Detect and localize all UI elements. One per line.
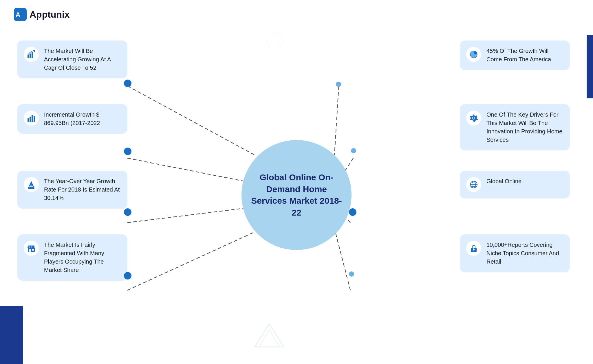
card-icon-bottom-right: [466, 241, 481, 256]
svg-rect-10: [28, 55, 29, 58]
dot-mid-left: [124, 148, 131, 155]
card-text-top-right: 45% Of The Growth Will Come From The Ame…: [486, 47, 563, 64]
card-icon-mid-left: [24, 111, 39, 126]
card-icon-top-right: [466, 47, 481, 62]
svg-rect-36: [473, 248, 474, 251]
card-mid-left: Incremental Growth $ 869.95Bn (2017-2022: [17, 104, 127, 134]
card-icon-top-left: [24, 47, 39, 62]
svg-line-6: [334, 86, 339, 155]
card-lower-right: Global Online: [460, 171, 570, 198]
svg-rect-12: [32, 52, 33, 58]
card-text-top-left: The Market Will Be Accelerating Growing …: [44, 47, 120, 72]
card-bottom-right: 10,000+Reports Covering Niche Topics Con…: [460, 234, 570, 272]
center-circle: Global Online On-Demand Home Services Ma…: [241, 140, 352, 250]
globe-icon: [469, 180, 478, 189]
card-bottom-left: The Market Is Fairly Fragmented With Man…: [17, 234, 127, 281]
bar-chart-icon: [27, 114, 36, 122]
card-icon-lower-right: [466, 177, 481, 192]
card-text-mid-right: One Of The Key Drivers For This Market W…: [486, 111, 563, 144]
dot-top-right: [336, 82, 341, 87]
dot-bottom-right: [349, 271, 354, 277]
svg-rect-16: [34, 116, 35, 122]
card-text-mid-left: Incremental Growth $ 869.95Bn (2017-2022: [44, 111, 120, 127]
card-text-lower-right: Global Online: [486, 177, 521, 185]
store-icon: [27, 244, 36, 253]
svg-line-2: [127, 86, 255, 155]
logo-icon: A: [14, 8, 27, 21]
pie-chart-icon: [469, 50, 478, 59]
svg-rect-23: [32, 249, 34, 251]
svg-rect-14: [30, 117, 31, 122]
cone-icon: [27, 180, 36, 189]
svg-text:A: A: [16, 11, 20, 18]
chart-up-icon: [27, 50, 36, 59]
center-title: Global Online On-Demand Home Services Ma…: [250, 172, 343, 218]
svg-rect-13: [28, 118, 29, 122]
card-mid-right: One Of The Key Drivers For This Market W…: [460, 104, 570, 150]
card-text-bottom-right: 10,000+Reports Covering Niche Topics Con…: [486, 241, 563, 266]
svg-point-28: [473, 117, 475, 119]
svg-rect-18: [28, 188, 34, 189]
main-content: Global Online On-Demand Home Services Ma…: [0, 26, 593, 364]
header: A Apptunix: [0, 0, 593, 29]
card-text-lower-left: The Year-Over Year Growth Rate For 2018 …: [44, 177, 120, 202]
dot-bottom-left: [124, 272, 131, 280]
svg-rect-15: [32, 115, 33, 122]
bag-icon: [469, 244, 478, 253]
card-lower-left: The Year-Over Year Growth Rate For 2018 …: [17, 171, 127, 209]
dot-mid-right: [351, 148, 356, 153]
card-icon-mid-right: [466, 111, 481, 126]
gear-icon: [469, 114, 478, 122]
svg-line-9: [335, 232, 350, 290]
card-top-right: 45% Of The Growth Will Come From The Ame…: [460, 41, 570, 70]
card-icon-lower-left: [24, 177, 39, 192]
dot-top-left: [124, 80, 131, 87]
svg-rect-22: [29, 249, 31, 252]
card-text-bottom-left: The Market Is Fairly Fragmented With Man…: [44, 241, 120, 274]
deco-bottom-center: [252, 321, 287, 355]
logo: A Apptunix: [14, 8, 70, 21]
svg-rect-24: [28, 248, 35, 248]
svg-line-4: [127, 207, 252, 223]
card-top-left: The Market Will Be Accelerating Growing …: [17, 41, 127, 78]
deco-top-center: [261, 29, 290, 60]
svg-rect-11: [30, 54, 31, 58]
logo-text: Apptunix: [30, 9, 70, 20]
dot-lower-left: [124, 208, 131, 216]
dot-lower-right: [349, 208, 356, 216]
svg-line-3: [127, 158, 252, 183]
card-icon-bottom-left: [24, 241, 39, 256]
svg-line-5: [127, 232, 255, 290]
